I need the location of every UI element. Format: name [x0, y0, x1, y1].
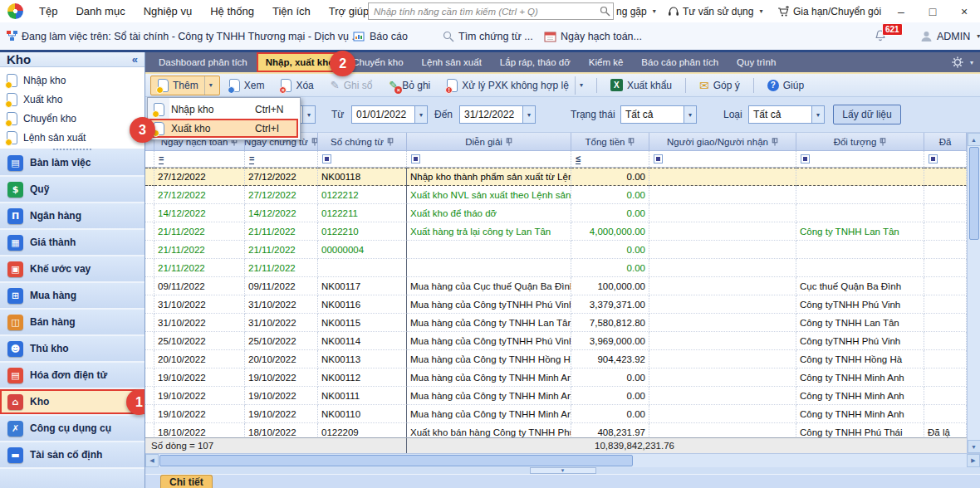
tab-detail[interactable]: Chi tiết: [160, 475, 213, 488]
tab-lenh-san-xuat[interactable]: Lệnh sản xuất: [413, 52, 491, 72]
notifications-button[interactable]: 621: [874, 29, 887, 45]
xuat-khau-button[interactable]: XXuất khẩu: [603, 76, 679, 95]
posting-date-button[interactable]: Ngày hạch toán...: [544, 22, 642, 50]
xu-ly-pxk-khong-hop-le-button[interactable]: !Xử lý PXK không hợp lệ▾: [439, 76, 590, 95]
vertical-scrollbar[interactable]: ▲ ▼: [967, 133, 980, 453]
filter-box-icon[interactable]: [929, 154, 938, 163]
sidebar-item-hoa-don-dien-tu[interactable]: ▤Hóa đơn điện tử: [0, 363, 145, 388]
gop-y-button[interactable]: ✉Góp ý: [692, 76, 747, 95]
table-row[interactable]: 19/10/202219/10/2022NK00112Mua hàng của …: [145, 368, 967, 387]
menu-tep[interactable]: Tệp: [30, 0, 66, 22]
sidebar-item-ban-hang[interactable]: ◫Bán hàng: [0, 310, 145, 334]
pin-column-icon[interactable]: [772, 138, 778, 146]
sidebar-item-thu-kho[interactable]: ☻Thủ kho: [0, 336, 145, 361]
tab-quy-trinh[interactable]: Quy trình: [728, 52, 785, 72]
sidebar-shortcut-nhap-kho[interactable]: Nhập kho: [0, 71, 145, 90]
filter-cell-ngay-hach-toan[interactable]: =: [154, 151, 245, 167]
tab-kiem-ke[interactable]: Kiểm kê: [580, 52, 633, 72]
sidebar-item-kho[interactable]: ⌂Kho1: [0, 389, 145, 414]
table-row[interactable]: 31/10/202231/10/2022NK00116Mua hàng của …: [145, 295, 967, 314]
table-row[interactable]: 25/10/202225/10/2022NK00114Mua hàng của …: [145, 332, 967, 350]
sidebar-item-gia-thanh[interactable]: ▦Giá thành: [0, 230, 145, 255]
tab-settings-button[interactable]: ▾: [952, 52, 980, 72]
column-header-doi-tuong[interactable]: Đối tượng: [796, 133, 924, 150]
chevron-down-icon[interactable]: ▾: [204, 76, 213, 95]
find-voucher-button[interactable]: Tìm chứng từ ...: [443, 22, 533, 50]
menu-item-xuat-kho[interactable]: Xuất khoCtrl+I3: [149, 119, 298, 138]
column-header-tong-tien[interactable]: Tổng tiền: [571, 133, 649, 150]
table-row[interactable]: 19/10/202219/10/2022NK00111Mua hàng của …: [145, 387, 967, 405]
column-header-da[interactable]: Đã: [924, 133, 967, 150]
table-row[interactable]: 27/12/202227/12/20220122212Xuất kho NVL …: [145, 186, 967, 204]
filter-box-icon[interactable]: [654, 154, 663, 163]
collapse-detail-button[interactable]: ▼: [530, 467, 596, 474]
table-row[interactable]: 27/12/202227/12/2022NK00118Nhập kho thàn…: [145, 168, 967, 186]
scroll-down-icon[interactable]: ▼: [968, 440, 980, 453]
filter-cell-da[interactable]: [924, 151, 967, 167]
sidebar-shortcut-lenh-san-xuat[interactable]: Lệnh sản xuất: [0, 128, 145, 147]
filter-operator-icon[interactable]: =: [159, 154, 164, 164]
horizontal-scrollbar-thumb[interactable]: [159, 455, 633, 466]
chevron-down-icon[interactable]: ▾: [575, 76, 583, 95]
sidebar-item-quy[interactable]: $Quỹ: [0, 177, 145, 202]
table-row[interactable]: 19/10/202219/10/2022NK00110Mua hàng của …: [145, 405, 967, 423]
pin-column-icon[interactable]: [628, 138, 635, 146]
xem-button[interactable]: Xem: [222, 76, 272, 95]
type-select[interactable]: Tất cả ▾: [748, 105, 825, 124]
filter-cell-tong-tien[interactable]: ≤: [571, 151, 649, 167]
giup-button[interactable]: ?Giúp: [760, 76, 811, 95]
sidebar-shortcut-xuat-kho[interactable]: Xuất kho: [0, 90, 145, 109]
feature-search-input[interactable]: [368, 2, 614, 20]
from-date-picker[interactable]: 01/01/2022 ▾: [351, 105, 428, 124]
sidebar-item-ngan-hang[interactable]: ΠNgân hàng: [0, 203, 145, 228]
user-menu[interactable]: ADMIN ▾: [920, 22, 980, 50]
to-date-picker[interactable]: 31/12/2022 ▾: [459, 105, 536, 124]
report-button[interactable]: Báo cáo: [353, 22, 408, 50]
bo-ghi-button[interactable]: ✎×Bỏ ghi: [381, 76, 438, 95]
filter-cell-doi-tuong[interactable]: [796, 151, 924, 167]
pin-column-icon[interactable]: [880, 138, 886, 146]
sidebar-item-ban-lam-viec[interactable]: ▤Bàn làm việc: [0, 150, 145, 175]
menu-tien-ich[interactable]: Tiện ích: [263, 0, 320, 22]
vertical-scrollbar-thumb[interactable]: [969, 147, 979, 240]
scroll-right-icon[interactable]: ▶: [967, 454, 980, 467]
scroll-up-icon[interactable]: ▲: [968, 133, 980, 146]
filter-box-icon[interactable]: [801, 154, 810, 163]
faq-menu[interactable]: ng gặp ▾: [616, 0, 656, 22]
scroll-left-icon[interactable]: ◀: [145, 454, 159, 467]
menu-danh-muc[interactable]: Danh mục: [66, 0, 134, 22]
column-header-nguoi-giao-nguoi-nhan[interactable]: Người giao/Người nhận: [649, 133, 796, 150]
tab-dashboard-phan-tich[interactable]: Dashboard phân tích: [149, 52, 257, 72]
pin-column-icon[interactable]: [506, 138, 512, 146]
close-button[interactable]: ×: [948, 0, 980, 22]
xoa-button[interactable]: ×Xóa: [273, 76, 321, 95]
collapse-sidebar-icon[interactable]: «: [132, 53, 138, 66]
tab-bao-cao-phan-tich[interactable]: Báo cáo phân tích: [632, 52, 728, 72]
table-row[interactable]: 21/11/202221/11/2022000000040.00: [145, 241, 967, 259]
table-row[interactable]: 09/11/202209/11/2022NK00117Mua hàng của …: [145, 277, 967, 295]
sidebar-shortcut-chuyen-kho[interactable]: Chuyển kho: [0, 109, 145, 128]
column-header-so-chung-tu[interactable]: Số chứng từ: [318, 133, 407, 150]
filter-box-icon[interactable]: [411, 154, 420, 163]
pin-column-icon[interactable]: [311, 138, 318, 146]
menu-item-nhap-kho[interactable]: Nhập khoCtrl+N: [149, 100, 298, 119]
filter-operator-icon[interactable]: ≤: [576, 154, 581, 164]
menu-he-thong[interactable]: Hệ thống: [201, 0, 263, 22]
filter-cell-so-chung-tu[interactable]: [318, 151, 407, 167]
load-data-button[interactable]: Lấy dữ liệu: [833, 105, 901, 124]
sidebar-item-khe-uoc-vay[interactable]: ▣Khế ước vay: [0, 256, 145, 281]
table-row[interactable]: 31/10/202231/10/2022NK00115Mua hàng của …: [145, 314, 967, 332]
table-row[interactable]: 18/10/202218/10/20220122209Xuất kho bán …: [145, 423, 967, 437]
filter-cell-dien-giai[interactable]: [407, 151, 571, 167]
tab-lap-rap-thao-do[interactable]: Lắp ráp, tháo dỡ: [491, 52, 580, 72]
sidebar-item-cong-cu-dung-cu[interactable]: ✗Công cụ dụng cụ: [0, 416, 145, 441]
horizontal-scrollbar[interactable]: ◀ ▶: [145, 453, 980, 467]
filter-cell-nguoi-giao-nguoi-nhan[interactable]: [649, 151, 796, 167]
sidebar-item-tai-san-co-dinh[interactable]: ▬Tài sản cố định: [0, 442, 145, 467]
maximize-button[interactable]: □: [917, 0, 948, 22]
menu-nghiep-vu[interactable]: Nghiệp vụ: [135, 0, 202, 22]
renew-package-button[interactable]: Gia hạn/Chuyển gói: [777, 0, 881, 22]
minimize-button[interactable]: –: [885, 0, 917, 22]
filter-operator-icon[interactable]: =: [249, 154, 254, 164]
table-row[interactable]: 14/12/202214/12/20220122211Xuất kho để t…: [145, 204, 967, 222]
